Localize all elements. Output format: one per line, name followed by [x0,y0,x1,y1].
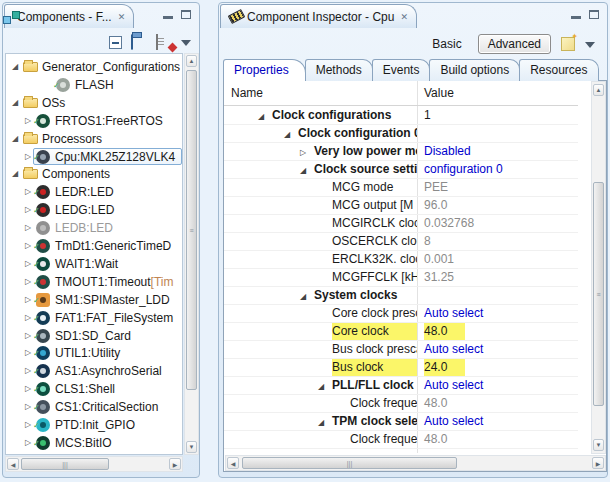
property-value[interactable]: Auto select [417,413,578,430]
tree-item[interactable]: ◢Generator_Configurations [6,58,182,76]
view-menu-icon[interactable] [181,40,191,46]
property-row[interactable]: ◢Clock configurations1 [224,107,578,125]
row-expander-icon[interactable]: ◢ [315,418,327,427]
minimize-icon[interactable] [163,10,173,19]
maximize-icon[interactable] [589,10,599,19]
column-header-value[interactable]: Value [424,86,454,100]
tree-item[interactable]: ▷✓SD1:SD_Card [6,327,182,345]
column-header-name[interactable]: Name [231,86,263,100]
property-row[interactable]: Bus clock prescaAuto select [224,341,578,359]
property-row[interactable]: ▷Very low power moDisabled [224,143,578,161]
tree-item[interactable]: ▷✓LEDG:LED [6,201,182,219]
property-row[interactable]: ◢Clock configuration 0 [224,125,578,143]
tree-item[interactable]: ▷✓UTIL1:Utility [6,344,182,362]
tab-resources[interactable]: Resources [519,59,598,81]
property-value[interactable]: 31.25 [417,269,578,286]
tab-methods[interactable]: Methods [305,59,373,81]
tree-item[interactable]: ✓FLASH [6,76,182,94]
tree-item[interactable]: ▷✓SM1:SPIMaster_LDD [6,291,182,309]
tree-item[interactable]: ▷✓TmDt1:GenericTimeD [6,237,182,255]
property-row[interactable]: MCGIRCLK cloc0.032768 [224,215,578,233]
property-row[interactable]: Bus clock24.0 [224,359,578,377]
tree-item[interactable]: ▷✓FRTOS1:FreeRTOS [6,112,182,130]
scroll-left-icon[interactable]: ◀ [227,457,239,469]
tree-expander-icon[interactable]: ▷ [22,219,34,237]
scroll-right-icon[interactable]: ▶ [169,458,181,470]
tree-item[interactable]: ▷✓CS1:CriticalSection [6,398,182,416]
property-value[interactable] [417,125,578,142]
code-generation-icon[interactable] [156,34,158,50]
row-expander-icon[interactable]: ◢ [281,130,293,139]
property-row[interactable]: ERCLK32K. clock0.001 [224,251,578,269]
property-row[interactable]: ◢PLL/FLL clock seAuto select [224,377,578,395]
basic-mode-button[interactable]: Basic [426,35,467,53]
row-expander-icon[interactable]: ▷ [297,148,309,157]
tree-expander-icon[interactable]: ◢ [9,130,21,148]
scroll-down-icon[interactable]: ▼ [593,439,604,451]
tree-item[interactable]: ▷✓TMOUT1:Timeout[Tim [6,273,182,291]
table-horizontal-scrollbar[interactable]: ◀ ||| ▶ [225,455,606,471]
tree-item[interactable]: ▷✓WAIT1:Wait [6,255,182,273]
tree-expander-icon[interactable]: ◢ [9,94,21,112]
tree-item[interactable]: ◢Processors [6,130,182,148]
tree-horizontal-scrollbar[interactable]: ◀ ||| ▶ [5,456,183,472]
scroll-up-icon[interactable]: ▲ [186,55,197,67]
collapse-all-icon[interactable] [109,36,122,49]
row-expander-icon[interactable]: ◢ [297,166,309,175]
property-value[interactable]: Auto select [417,341,578,358]
property-value[interactable]: PEE [417,179,578,196]
minimize-icon[interactable] [571,10,581,19]
property-value[interactable]: Auto select [417,305,578,322]
scroll-right-icon[interactable]: ▶ [592,457,604,469]
property-row[interactable]: ◢TPM clock selecAuto select [224,413,578,431]
close-icon[interactable]: ✕ [117,12,127,22]
tree-expander-icon[interactable]: ◢ [9,165,21,183]
advanced-mode-button[interactable]: Advanced [478,34,551,54]
tree-item[interactable]: ▷✓Cpu:MKL25Z128VLK4 [6,148,182,166]
note-icon[interactable] [561,37,575,51]
tab-properties[interactable]: Properties [223,59,306,81]
component-inspector-tab[interactable]: Component Inspector - Cpu ✕ [220,4,417,28]
tree-item[interactable]: ▷✓DCS:BitIO [6,452,182,455]
property-value[interactable]: Auto select [417,377,578,394]
property-row[interactable]: MCG output [M96.0 [224,197,578,215]
property-value[interactable]: 48.0 [417,323,578,340]
tree-item[interactable]: ▷✓FAT1:FAT_FileSystem [6,309,182,327]
property-value[interactable]: 1 [417,107,578,124]
row-expander-icon[interactable]: ◢ [297,292,309,301]
tree-item[interactable]: ▷✓MCS:BitIO [6,434,182,452]
property-row[interactable]: Core clock48.0 [224,323,578,341]
property-row[interactable]: OSCERCLK clock8 [224,233,578,251]
tree-item[interactable]: ◢Components [6,165,182,183]
property-value[interactable]: 24.0 [417,359,578,376]
property-value[interactable]: 96.0 [417,197,578,214]
tree-item[interactable]: ▷✓LEDR:LED [6,183,182,201]
package-icon[interactable] [131,34,133,50]
tree-item[interactable]: ▷✓PTD:Init_GPIO [6,416,182,434]
property-row[interactable]: Clock freque48.0 [224,395,578,413]
property-value[interactable]: 48.0 [417,431,578,448]
close-icon[interactable]: ✕ [399,12,409,22]
scroll-left-icon[interactable]: ◀ [7,458,19,470]
tree-item[interactable]: ▷✓AS1:AsynchroSerial [6,362,182,380]
property-row[interactable]: MCG modePEE [224,179,578,197]
tree-vertical-scrollbar[interactable]: ▲ ≡ ▼ [184,53,199,455]
property-row[interactable]: ◢System clocks [224,287,578,305]
property-value[interactable]: Disabled [417,143,578,160]
scroll-down-icon[interactable]: ▼ [186,441,197,453]
property-value[interactable]: 48.0 [417,395,578,412]
tree-item[interactable]: ▷✓CLS1:Shell [6,380,182,398]
components-view-tab[interactable]: Components - F... ✕ [4,4,134,28]
property-row[interactable]: Core clock prescAuto select [224,305,578,323]
tree-item[interactable]: ◢OSs [6,94,182,112]
table-vscroll-thumb[interactable]: ≡ [593,182,604,406]
tree-hscroll-thumb[interactable]: ||| [21,458,109,470]
property-value[interactable]: 0.032768 [417,215,578,232]
property-row[interactable]: MCGFFCLK [kH31.25 [224,269,578,287]
row-expander-icon[interactable]: ◢ [315,382,327,391]
tree-item[interactable]: ▷LEDB:LED [6,219,182,237]
property-value[interactable] [417,287,578,304]
tab-build-options[interactable]: Build options [429,59,520,81]
property-value[interactable]: 8 [417,233,578,250]
maximize-icon[interactable] [181,10,191,19]
